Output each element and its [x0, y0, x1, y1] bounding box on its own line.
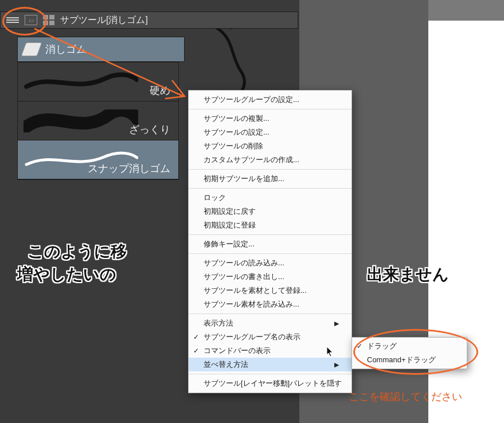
menu-label: サブツールグループ名の表示: [204, 332, 300, 342]
menu-sort-method[interactable]: 並べ替え方法 ▶: [189, 358, 351, 371]
annotation-circle-topleft: [2, 7, 47, 36]
submenu-arrow-icon: ▶: [334, 361, 339, 369]
subtool-panel: 硬め ざっくり スナップ消しゴム: [17, 62, 179, 180]
menu-label: 表示方法: [204, 318, 233, 328]
menu-label: サブツール[レイヤー移動]パレットを隠す: [204, 378, 342, 389]
annotation-circle-submenu: [353, 329, 478, 375]
menu-import[interactable]: サブツールの読み込み...: [189, 256, 351, 270]
annotation-text-line2: 増やしたいの: [17, 264, 116, 285]
tool-tab-eraser[interactable]: 消しゴム: [17, 37, 185, 62]
menu-delete[interactable]: サブツールの削除: [189, 139, 351, 153]
menu-label: サブツールの書き出し...: [204, 272, 284, 282]
menu-label: 初期設定に登録: [204, 220, 256, 230]
menu-display-mode[interactable]: 表示方法 ▶: [189, 316, 351, 330]
check-icon: ✓: [193, 347, 199, 355]
menu-label: サブツールの削除: [204, 141, 263, 151]
menu-label: サブツールを素材として登録...: [204, 285, 307, 296]
menu-import-material[interactable]: サブツール素材を読み込み...: [189, 297, 351, 311]
menu-label: 初期設定に戻す: [204, 206, 256, 217]
annotation-text-line1: このように移: [28, 241, 127, 263]
subtool-label: スナップ消しゴム: [88, 162, 170, 175]
annotation-text-right: 出来ません: [367, 264, 449, 285]
subtool-label: ざっくり: [129, 123, 170, 136]
menu-duplicate[interactable]: サブツールの複製...: [189, 112, 351, 126]
menu-label: ロック: [204, 193, 226, 203]
menu-label: サブツールの設定...: [204, 127, 269, 138]
eraser-icon: [21, 42, 42, 56]
menu-register-material[interactable]: サブツールを素材として登録...: [189, 284, 351, 297]
menu-register-initial[interactable]: 初期設定に登録: [189, 218, 351, 232]
menu-label: コマンドバーの表示: [204, 346, 271, 356]
menu-label: 修飾キー設定...: [204, 239, 255, 249]
menu-export[interactable]: サブツールの書き出し...: [189, 270, 351, 284]
menu-label: 初期サブツールを追加...: [204, 174, 284, 184]
check-icon: ✓: [193, 333, 199, 341]
menu-reset-initial[interactable]: 初期設定に戻す: [189, 205, 351, 218]
menu-label: サブツールの複製...: [204, 113, 269, 124]
menu-label: カスタムサブツールの作成...: [204, 155, 299, 165]
menu-create-custom[interactable]: カスタムサブツールの作成...: [189, 153, 351, 167]
menu-label: サブツールグループの設定...: [204, 95, 299, 105]
subtool-item-snap[interactable]: スナップ消しゴム: [18, 140, 178, 179]
annotation-confirm-text: ここを確認してください: [349, 390, 462, 404]
subtool-item-hard[interactable]: 硬め: [18, 62, 178, 101]
submenu-arrow-icon: ▶: [334, 320, 339, 327]
menu-label: サブツール素材を読み込み...: [204, 299, 299, 310]
menu-modifier-key[interactable]: 修飾キー設定...: [189, 237, 351, 251]
stroke-preview: [24, 109, 138, 132]
cursor-icon: [326, 346, 334, 358]
menu-show-group-name[interactable]: ✓ サブツールグループ名の表示: [189, 330, 351, 344]
menu-hide-palette[interactable]: サブツール[レイヤー移動]パレットを隠す: [189, 377, 351, 390]
menu-group-settings[interactable]: サブツールグループの設定...: [189, 93, 351, 107]
menu-label: 並べ替え方法: [204, 359, 248, 370]
menu-lock[interactable]: ロック: [189, 191, 351, 205]
tool-tab-label: 消しゴム: [45, 42, 87, 56]
subtool-item-rough[interactable]: ざっくり: [18, 101, 178, 140]
subtool-label: 硬め: [150, 84, 170, 97]
menu-settings[interactable]: サブツールの設定...: [189, 126, 351, 139]
palette-title: サブツール[消しゴム]: [60, 14, 148, 26]
menu-add-initial[interactable]: 初期サブツールを追加...: [189, 172, 351, 186]
stroke-preview: [24, 70, 138, 93]
menu-label: サブツールの読み込み...: [204, 258, 284, 268]
